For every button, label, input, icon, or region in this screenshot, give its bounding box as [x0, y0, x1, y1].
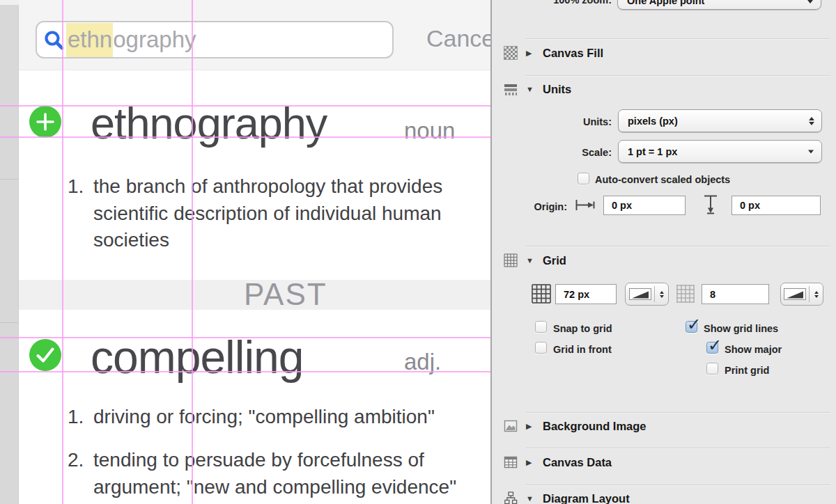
section-units[interactable]: Units	[543, 83, 571, 96]
line-swatch-icon	[626, 283, 654, 305]
entry-word: compelling	[91, 331, 304, 384]
disclosure-triangle-collapsed[interactable]: ▶	[526, 423, 532, 430]
plus-icon	[29, 106, 61, 138]
horizontal-guide[interactable]	[0, 136, 490, 138]
stepper-arrows-icon	[810, 283, 823, 305]
show-major-label: Show major	[725, 344, 782, 355]
search-query-highlight: ethn	[66, 23, 113, 57]
section-separator	[526, 246, 830, 246]
origin-x-field[interactable]: 0 px	[603, 196, 686, 215]
cancel-button[interactable]: Cancel	[426, 25, 490, 52]
section-separator	[526, 75, 830, 76]
major-grid-icon	[531, 283, 552, 304]
definition-text: the branch of anthropology that provides…	[93, 173, 442, 254]
snap-to-grid-label: Snap to grid	[553, 323, 612, 334]
chevron-down-icon	[808, 150, 814, 153]
definition-number: 1.	[68, 173, 93, 254]
canvas-margin-line	[0, 179, 19, 180]
search-input[interactable]: ethnography	[36, 21, 394, 58]
vertical-origin-icon	[703, 194, 718, 215]
image-icon	[504, 419, 518, 433]
disclosure-triangle-expanded[interactable]: ▼	[526, 257, 534, 265]
add-circle-button[interactable]	[29, 106, 61, 138]
stepper-arrows-icon	[809, 117, 814, 125]
org-chart-icon	[504, 491, 518, 504]
minor-grid-color-stepper[interactable]	[780, 283, 823, 306]
disclosure-triangle-collapsed[interactable]: ▶	[526, 49, 532, 57]
app-window: ethnography Cancel ethnography noun 1. t…	[0, 0, 836, 504]
vertical-guide[interactable]	[192, 0, 193, 504]
canvas-margin-notch	[0, 0, 19, 5]
auto-convert-checkbox[interactable]	[578, 173, 589, 184]
horizontal-guide[interactable]	[0, 337, 490, 338]
checker-pattern-icon	[504, 46, 518, 60]
show-major-checkbox[interactable]	[706, 342, 718, 354]
origin-label: Origin:	[506, 201, 567, 212]
zoom-point-dropdown[interactable]: One Apple point	[617, 0, 821, 10]
section-separator	[526, 38, 830, 39]
section-background-image[interactable]: Background Image	[543, 420, 647, 433]
definition-number: 2.	[68, 447, 93, 501]
canvas-area: ethnography Cancel ethnography noun 1. t…	[0, 0, 490, 504]
definition-text: driving or forcing; "compelling ambition…	[93, 404, 435, 431]
section-canvas-data[interactable]: Canvas Data	[543, 456, 612, 469]
section-grid[interactable]: Grid	[543, 254, 566, 267]
chevron-down-icon	[807, 0, 813, 3]
definition-text: tending to persuade by forcefulness of a…	[93, 447, 456, 501]
entry-definition: 1. the branch of anthropology that provi…	[68, 173, 442, 254]
disclosure-triangle-expanded[interactable]: ▼	[526, 495, 534, 503]
print-grid-checkbox[interactable]	[706, 363, 718, 375]
stepper-arrows-icon	[655, 283, 668, 305]
disclosure-triangle-collapsed[interactable]: ▶	[526, 459, 532, 466]
section-diagram-layout[interactable]: Diagram Layout	[543, 492, 630, 504]
units-label: Units:	[520, 116, 612, 127]
snap-to-grid-checkbox[interactable]	[535, 321, 547, 333]
grid-in-front-label: Grid in front	[553, 344, 612, 355]
section-separator	[526, 485, 830, 485]
search-query-text: ethnography	[66, 22, 196, 57]
scale-dropdown[interactable]: 1 pt = 1 px	[618, 140, 822, 163]
checkmark-icon	[29, 339, 61, 371]
major-grid-spacing-field[interactable]: 72 px	[555, 284, 617, 304]
major-grid-color-stepper[interactable]	[625, 283, 669, 306]
section-separator	[526, 412, 830, 413]
grid-icon	[504, 253, 518, 267]
horizontal-guide[interactable]	[0, 371, 490, 372]
line-swatch-icon	[781, 283, 809, 305]
canvas-margin-strip	[0, 0, 19, 504]
show-grid-lines-label: Show grid lines	[704, 323, 778, 334]
vertical-guide[interactable]	[62, 0, 63, 504]
entry-definition: 1. driving or forcing; "compelling ambit…	[68, 404, 435, 431]
done-circle-button[interactable]	[29, 339, 61, 371]
horizontal-guide[interactable]	[0, 105, 490, 107]
entry-definition: 2. tending to persuade by forcefulness o…	[68, 447, 456, 501]
disclosure-triangle-expanded[interactable]: ▼	[526, 86, 534, 93]
section-divider-band: PAST	[19, 280, 490, 310]
section-canvas-fill[interactable]: Canvas Fill	[543, 47, 603, 60]
canvas-inspector-panel: 100% zoom: One Apple point ▶ Canvas Fill…	[490, 0, 836, 504]
grid-in-front-checkbox[interactable]	[535, 342, 547, 354]
auto-convert-label: Auto-convert scaled objects	[595, 174, 730, 185]
search-query-rest: ography	[113, 26, 196, 52]
definition-number: 1.	[68, 404, 93, 431]
minor-grid-divisions-field[interactable]: 8	[702, 284, 769, 304]
zoom-row-label: 100% zoom:	[528, 0, 612, 6]
scale-label: Scale:	[520, 147, 612, 158]
units-dropdown[interactable]: pixels (px)	[618, 109, 822, 132]
origin-y-field[interactable]: 0 px	[732, 196, 821, 215]
entry-part-of-speech: noun	[404, 118, 455, 144]
show-grid-lines-checkbox[interactable]	[686, 321, 697, 333]
section-separator	[526, 448, 830, 448]
table-icon	[504, 455, 518, 469]
section-divider-label: PAST	[244, 278, 327, 310]
ruler-bars-icon	[504, 82, 518, 96]
print-grid-label: Print grid	[725, 365, 769, 376]
minor-grid-icon	[675, 283, 696, 304]
horizontal-origin-icon	[575, 198, 596, 212]
canvas-margin-line	[0, 322, 19, 323]
